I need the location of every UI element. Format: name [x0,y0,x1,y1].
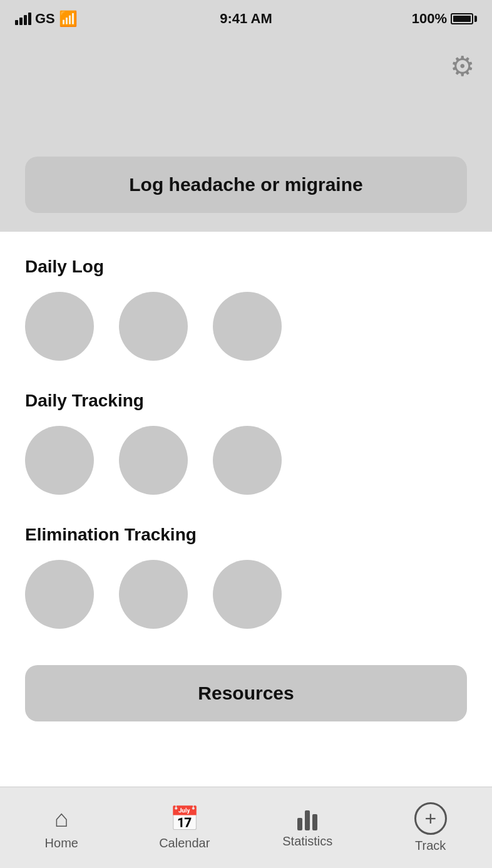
tab-home-label: Home [45,836,78,850]
daily-tracking-section: Daily Tracking [25,391,467,495]
tab-calendar-label: Calendar [159,836,210,850]
wifi-icon: 📶 [59,10,78,28]
statistics-icon [297,807,317,830]
header-area: ⚙ [0,38,492,157]
plus-circle-icon: + [414,802,447,835]
log-button-container: Log headache or migraine [0,157,492,232]
signal-icon [15,13,31,25]
elimination-tracking-circles [25,560,467,629]
battery-icon [451,13,477,24]
elimination-tracking-circle-3[interactable] [213,560,282,629]
elimination-tracking-circle-2[interactable] [119,560,188,629]
tab-calendar[interactable]: 📅 Calendar [123,805,247,850]
daily-tracking-circle-3[interactable] [213,426,282,495]
battery-label: 100% [412,11,447,27]
daily-log-title: Daily Log [25,257,467,277]
daily-log-circle-2[interactable] [119,292,188,361]
elimination-tracking-title: Elimination Tracking [25,525,467,545]
daily-log-section: Daily Log [25,257,467,361]
calendar-icon: 📅 [170,805,199,832]
elimination-tracking-section: Elimination Tracking [25,525,467,629]
tab-bar: ⌂ Home 📅 Calendar Statistics + Track [0,787,492,868]
home-icon: ⌂ [54,805,69,832]
resources-container: Resources [0,659,492,740]
settings-icon[interactable]: ⚙ [450,50,474,82]
daily-log-circle-3[interactable] [213,292,282,361]
resources-button[interactable]: Resources [25,665,467,721]
status-bar: GS 📶 9:41 AM 100% [0,0,492,38]
tab-statistics[interactable]: Statistics [246,807,369,849]
tab-home[interactable]: ⌂ Home [0,805,123,850]
daily-tracking-circles [25,426,467,495]
daily-tracking-circle-2[interactable] [119,426,188,495]
daily-log-circles [25,292,467,361]
carrier-label: GS [35,11,55,27]
daily-tracking-title: Daily Tracking [25,391,467,411]
daily-tracking-circle-1[interactable] [25,426,94,495]
status-left: GS 📶 [15,10,78,28]
daily-log-circle-1[interactable] [25,292,94,361]
status-right: 100% [412,11,477,27]
status-time: 9:41 AM [220,11,272,27]
elimination-tracking-circle-1[interactable] [25,560,94,629]
main-content: Daily Log Daily Tracking Elimination Tra… [0,232,492,629]
tab-track-label: Track [415,839,446,853]
tab-track[interactable]: + Track [369,802,493,853]
log-headache-button[interactable]: Log headache or migraine [25,157,467,213]
tab-statistics-label: Statistics [282,834,332,849]
